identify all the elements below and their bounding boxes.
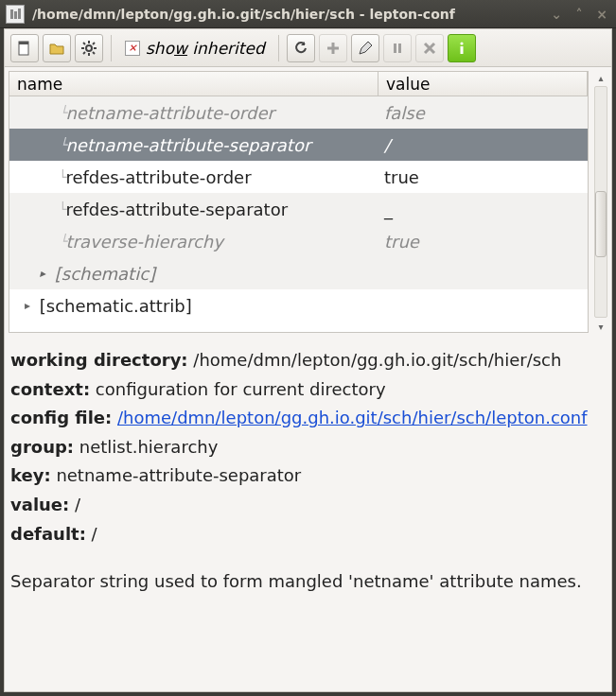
key-label: key: [10,465,51,485]
ctx-value: configuration for current directory [96,379,386,399]
toolbar-separator [278,35,279,61]
reload-button[interactable] [287,34,315,62]
toolbar-separator [111,35,112,61]
svg-rect-1 [14,11,17,19]
tree-row[interactable]: └ refdes-attribute-order true [9,161,588,193]
tree-row[interactable]: └ traverse-hierarchy true [9,225,588,257]
column-header-name[interactable]: name [9,72,378,96]
group-label: group: [10,437,74,457]
svg-rect-4 [19,42,28,44]
svg-rect-16 [394,44,396,53]
window-title: /home/dmn/lepton/gg.gh.io.git/sch/hier/s… [32,7,542,22]
ctx-label: context: [10,379,90,399]
show-inherited-toggle[interactable]: × show inherited [119,39,271,58]
settings-button[interactable] [75,34,103,62]
toolbar: × show inherited [5,29,611,67]
column-header-value[interactable]: value [378,72,588,96]
row-name: netname-attribute-separator [65,135,310,155]
row-value: true [378,167,588,187]
svg-line-11 [93,52,95,54]
row-name: netname-attribute-order [65,103,273,123]
checkbox-icon: × [125,41,140,56]
key-value: netname-attribute-separator [56,465,301,485]
svg-rect-21 [460,46,463,54]
row-name: refdes-attribute-separator [65,200,288,219]
tree-group[interactable]: ▸ [schematic] [9,257,588,289]
config-tree[interactable]: name value └ netname-attribute-order fal… [9,71,589,333]
open-folder-button[interactable] [43,34,71,62]
app-icon [6,5,25,24]
tree-row[interactable]: └ refdes-attribute-separator _ [9,193,588,225]
tree-row-selected[interactable]: └ netname-attribute-separator / [9,129,588,161]
tree-group[interactable]: ▸ [schematic.attrib] [9,289,588,322]
new-config-button[interactable] [10,34,39,62]
row-value: / [378,135,588,155]
scroll-track[interactable] [594,86,607,318]
svg-line-12 [83,52,85,54]
info-button[interactable] [448,34,476,62]
delete-button [415,34,444,62]
svg-rect-0 [10,9,13,19]
wd-label: working directory: [10,350,188,370]
group-label: [schematic] [55,264,155,284]
add-button [319,34,347,62]
show-inherited-label: show inherited [146,39,265,58]
scroll-up-icon[interactable]: ▴ [594,71,607,84]
config-file-link[interactable]: /home/dmn/lepton/gg.gh.io.git/sch/hier/s… [117,408,588,427]
group-value: netlist.hierarchy [79,437,219,457]
svg-rect-2 [18,9,21,19]
scroll-down-icon[interactable]: ▾ [594,320,607,333]
expand-icon[interactable]: ▸ [36,267,49,280]
edit-button[interactable] [351,34,379,62]
svg-line-13 [93,43,95,44]
tree-scrollbar[interactable]: ▴ ▾ [592,67,611,337]
expand-icon[interactable]: ▸ [21,299,34,312]
wd-value: /home/dmn/lepton/gg.gh.io.git/sch/hier/s… [193,350,561,370]
minimize-button[interactable]: ⌄ [548,6,565,23]
row-value: _ [378,200,588,219]
row-value: true [378,232,588,252]
tree-header: name value [9,72,588,96]
group-label: [schematic.attrib] [40,296,192,316]
pause-button [383,34,412,62]
row-name: refdes-attribute-order [65,167,251,187]
val-value: / [75,495,80,514]
def-value: / [92,524,97,544]
svg-point-5 [86,45,92,51]
scroll-thumb[interactable] [595,191,607,257]
svg-line-10 [83,43,85,44]
def-label: default: [10,524,86,544]
svg-point-20 [460,42,463,44]
val-label: value: [10,495,69,514]
tree-row[interactable]: └ netname-attribute-order false [9,96,588,129]
maximize-button[interactable]: ˄ [571,6,588,23]
row-name: traverse-hierarchy [65,232,222,252]
close-button[interactable]: × [593,6,610,23]
titlebar: /home/dmn/lepton/gg.gh.io.git/sch/hier/s… [0,0,616,28]
row-value: false [378,103,588,123]
main-window: × show inherited name value [4,28,612,692]
svg-rect-17 [398,44,401,53]
cfg-label: config file: [10,408,112,427]
description: Separator string used to form mangled 'n… [10,567,606,597]
tree-panel: name value └ netname-attribute-order fal… [5,67,611,337]
info-panel: working directory: /home/dmn/lepton/gg.g… [5,337,611,602]
